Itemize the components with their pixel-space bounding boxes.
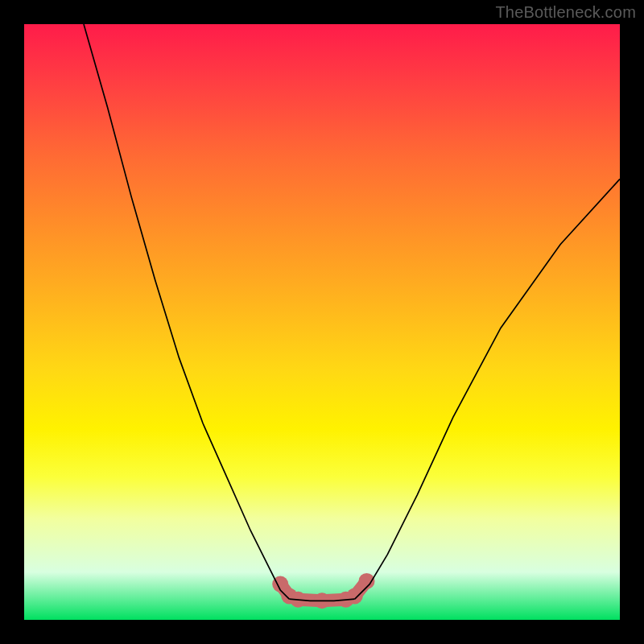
attribution-text: TheBottleneck.com	[495, 3, 636, 22]
right-curve	[355, 179, 620, 599]
chart-svg	[24, 24, 620, 620]
marker-dot	[347, 588, 363, 604]
plot-area	[24, 24, 620, 620]
marker-group	[272, 573, 374, 609]
left-curve	[84, 24, 289, 599]
chart-frame: TheBottleneck.com	[0, 0, 644, 644]
